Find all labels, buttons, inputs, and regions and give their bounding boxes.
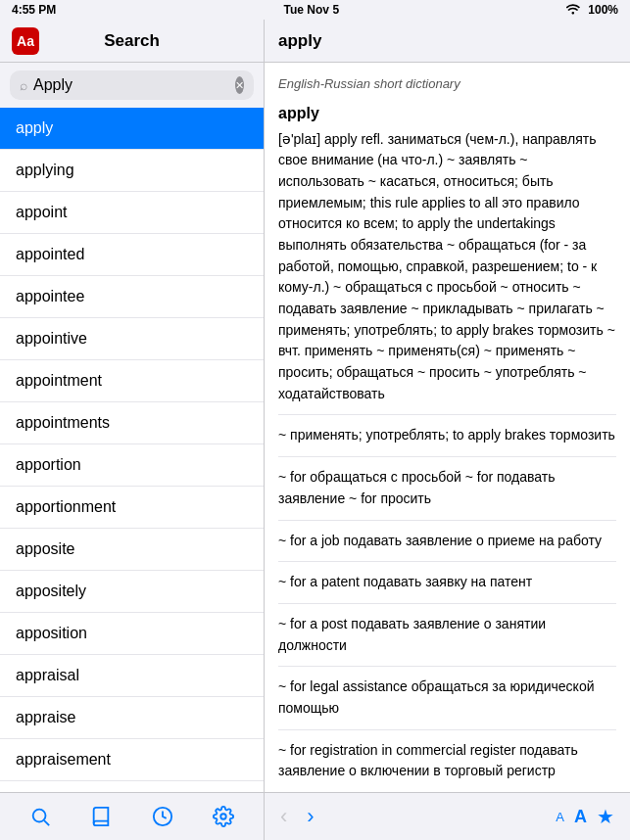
search-icon: ⌕ bbox=[20, 77, 27, 93]
font-large-button[interactable]: A bbox=[574, 807, 587, 827]
right-bottom-bar: ‹ › A A ★ bbox=[265, 792, 630, 840]
next-button[interactable]: › bbox=[307, 804, 314, 829]
word-list: applyapplyingappointappointedappointeeap… bbox=[0, 108, 264, 792]
dict-section: ~ for a patent подавать заявку на патент bbox=[278, 561, 616, 593]
status-time: 4:55 PM bbox=[12, 3, 56, 17]
word-item[interactable]: appraiser bbox=[0, 781, 264, 792]
search-clear-button[interactable]: ✕ bbox=[235, 76, 244, 94]
bottom-toolbar bbox=[0, 792, 264, 840]
word-item[interactable]: appoint bbox=[0, 192, 264, 234]
status-right: 100% bbox=[566, 3, 618, 18]
nav-header: Aa Search bbox=[0, 20, 264, 63]
word-item[interactable]: apposite bbox=[0, 529, 264, 571]
dict-source: English-Russian short dictionary bbox=[278, 74, 616, 94]
svg-point-3 bbox=[220, 814, 226, 819]
left-panel: Aa Search ⌕ ✕ applyapplyingappointappoin… bbox=[0, 20, 265, 840]
dict-main-definition: [ə'plaɪ] apply refl. заниматься (чем-л.)… bbox=[278, 129, 616, 405]
word-item[interactable]: appointive bbox=[0, 318, 264, 360]
word-item[interactable]: appointments bbox=[0, 402, 264, 444]
toolbar-history-button[interactable] bbox=[143, 797, 182, 836]
word-item[interactable]: appointment bbox=[0, 360, 264, 402]
word-item[interactable]: appraise bbox=[0, 697, 264, 739]
status-day: Tue Nov 5 bbox=[284, 3, 339, 17]
search-bar-container: ⌕ ✕ bbox=[0, 63, 264, 108]
main-container: Aa Search ⌕ ✕ applyapplyingappointappoin… bbox=[0, 20, 630, 840]
svg-point-0 bbox=[33, 810, 46, 822]
dict-section: ~ for legal assistance обращаться за юри… bbox=[278, 666, 616, 719]
dictionary-content: English-Russian short dictionary apply [… bbox=[265, 63, 630, 792]
word-item[interactable]: apply bbox=[0, 108, 264, 150]
toolbar-settings-button[interactable] bbox=[204, 797, 243, 836]
battery-status: 100% bbox=[588, 3, 618, 17]
dict-section: ~ for обращаться с просьбой ~ for подава… bbox=[278, 456, 616, 509]
nav-arrows: ‹ › bbox=[280, 804, 315, 829]
app-icon: Aa bbox=[12, 27, 39, 55]
word-item[interactable]: appraisal bbox=[0, 655, 264, 697]
dict-section: ~ for a job подавать заявление о приеме … bbox=[278, 520, 616, 552]
right-header: apply bbox=[265, 20, 630, 63]
word-item[interactable]: appraisement bbox=[0, 739, 264, 781]
word-item[interactable]: appointee bbox=[0, 276, 264, 318]
word-item[interactable]: apportionment bbox=[0, 487, 264, 529]
word-item[interactable]: applying bbox=[0, 150, 264, 192]
word-item[interactable]: apposition bbox=[0, 613, 264, 655]
dict-sections: ~ применять; употреблять; to apply brake… bbox=[278, 414, 616, 792]
right-panel: apply English-Russian short dictionary a… bbox=[265, 20, 630, 840]
toolbar-search-button[interactable] bbox=[21, 797, 60, 836]
svg-line-1 bbox=[44, 820, 49, 825]
star-button[interactable]: ★ bbox=[597, 805, 614, 828]
phonetic: [ə'plaɪ] apply refl. bbox=[278, 131, 388, 147]
right-header-title: apply bbox=[278, 31, 321, 51]
word-item[interactable]: appointed bbox=[0, 234, 264, 276]
status-bar: 4:55 PM Tue Nov 5 100% bbox=[0, 0, 630, 20]
word-item[interactable]: apportion bbox=[0, 444, 264, 487]
right-tools: A A ★ bbox=[556, 805, 614, 828]
dict-section: ~ for registration in commercial registe… bbox=[278, 729, 616, 782]
toolbar-book-button[interactable] bbox=[81, 797, 121, 836]
word-item[interactable]: appositely bbox=[0, 571, 264, 613]
dict-section: ~ применять; употреблять; to apply brake… bbox=[278, 414, 616, 446]
dict-section: ~ for a post подавать заявление о заняти… bbox=[278, 603, 616, 656]
dict-entry-word: apply bbox=[278, 105, 319, 121]
wifi-icon bbox=[566, 3, 582, 18]
font-small-button[interactable]: A bbox=[556, 810, 564, 824]
nav-title: Search bbox=[104, 31, 160, 51]
prev-button[interactable]: ‹ bbox=[280, 804, 287, 829]
search-input-wrapper[interactable]: ⌕ ✕ bbox=[10, 70, 254, 100]
search-input[interactable] bbox=[33, 76, 229, 94]
